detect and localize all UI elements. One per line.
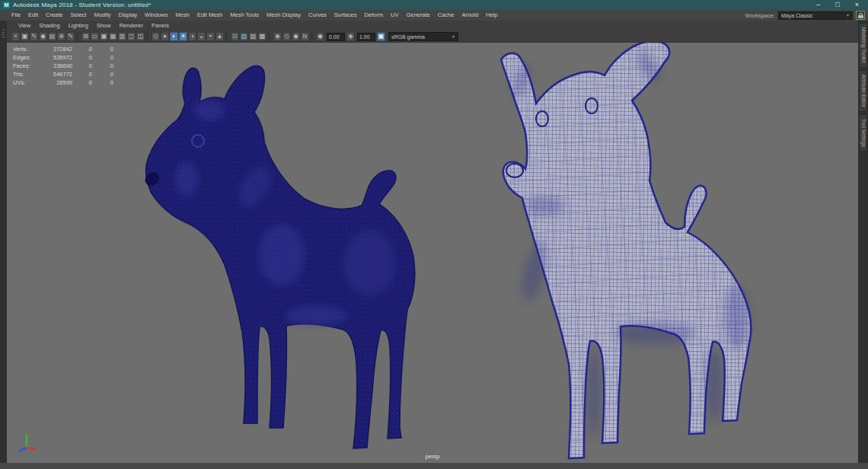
- menu-items: FileEditCreateSelectModifyDisplayWindows…: [8, 10, 502, 21]
- toolbar-icon-image-plane[interactable]: ▤: [48, 32, 56, 41]
- toolbar-icon-xray[interactable]: ▧: [240, 32, 248, 41]
- toolbar-icon-select-camera[interactable]: ⌖: [11, 32, 20, 41]
- toolbar-icon-use-all-lights[interactable]: ☀: [179, 32, 187, 41]
- panel-menu-lighting[interactable]: Lighting: [65, 22, 92, 29]
- menu-item-cache[interactable]: Cache: [434, 10, 458, 21]
- menu-item-surfaces[interactable]: Surfaces: [330, 10, 361, 21]
- maximize-button[interactable]: □: [835, 0, 839, 10]
- window-title: Autodesk Maya 2018 - Student Version: un…: [13, 2, 152, 8]
- chevron-down-icon: ▼: [846, 13, 850, 18]
- menu-item-modify[interactable]: Modify: [90, 10, 114, 21]
- gamma-icon[interactable]: ◈: [346, 32, 355, 41]
- menu-item-edit[interactable]: Edit: [24, 10, 42, 21]
- workspace-lock-button[interactable]: [856, 11, 865, 20]
- toolbar-icon-anti-aliasing[interactable]: ▲: [215, 32, 224, 41]
- menu-item-generate[interactable]: Generate: [402, 10, 433, 21]
- menu-item-create[interactable]: Create: [42, 10, 67, 21]
- chevron-down-icon: ▼: [452, 34, 455, 39]
- side-tab-modeling-toolkit[interactable]: Modeling Toolkit: [859, 23, 867, 68]
- hud-row: Verts: 272842 0 0: [13, 45, 113, 53]
- toolbar-icon-isolate-select[interactable]: ⊡: [231, 32, 239, 41]
- toolbar-icon-textured-display[interactable]: ◐: [170, 32, 178, 41]
- window-controls: – □ ×: [816, 0, 865, 10]
- dock-grip-handle[interactable]: [2, 30, 5, 37]
- toolbar-icon-symmetry-z[interactable]: ◆: [292, 32, 300, 41]
- toolbar-icon-lock-camera[interactable]: ▣: [21, 32, 29, 41]
- titlebar: M Autodesk Maya 2018 - Student Version: …: [0, 0, 868, 10]
- panel-menu-shading[interactable]: Shading: [35, 22, 64, 29]
- toolbar-icon-screen-space-ao[interactable]: ◒: [197, 32, 206, 41]
- menu-item-arnold[interactable]: Arnold: [458, 10, 482, 21]
- right-dock-strip: Modeling ToolkitAttribute EditorTool Set…: [858, 21, 868, 469]
- menu-item-mesh-display[interactable]: Mesh Display: [263, 10, 305, 21]
- panel-menu-panels[interactable]: Panels: [148, 22, 173, 29]
- toolbar-icon-resolution-gate[interactable]: ▣: [100, 32, 108, 41]
- menu-item-mesh-tools[interactable]: Mesh Tools: [226, 10, 263, 21]
- toolbar-icon-shadows[interactable]: ◑: [188, 32, 196, 41]
- menu-item-select[interactable]: Select: [67, 10, 91, 21]
- close-button[interactable]: ×: [855, 0, 859, 10]
- toolbar-icon-field-chart[interactable]: ▥: [118, 32, 126, 41]
- toolbar-icon-separator: [226, 32, 228, 42]
- toolbar-icon-xray-joints[interactable]: ▨: [249, 32, 257, 41]
- toolbar-icon-film-gate[interactable]: ▭: [91, 32, 99, 41]
- toolbar-icon-grid[interactable]: ⊞: [81, 32, 90, 41]
- camera-name-label: persp: [426, 453, 440, 460]
- view-transform-value: sRGB gamma: [391, 34, 425, 40]
- minimize-button[interactable]: –: [816, 0, 820, 10]
- toolbar-icon-separator: [147, 32, 149, 42]
- toolbar-icon-bookmarks[interactable]: ◆: [39, 32, 47, 41]
- exposure-field[interactable]: 0.00: [327, 33, 345, 41]
- deer-model-wireframe-shaded[interactable]: [487, 43, 761, 462]
- toolbar-icon-plane-clip[interactable]: ▩: [258, 32, 266, 41]
- hud-row: Edges: 535972 0 0: [13, 53, 113, 62]
- view-transform-dropdown[interactable]: sRGB gamma ▼: [388, 32, 458, 41]
- toolbar-icon-safe-action[interactable]: ◻: [127, 32, 136, 41]
- menu-item-file[interactable]: File: [8, 10, 24, 21]
- toolbar-icon-symmetry-y[interactable]: ◇: [282, 32, 291, 41]
- panel-icon-row: ⌖▣✎◆▤⊕✎⊞▭▣▦▥◻◫◇●◐☀◑◒◓▲⊡▧▨▩◈◇◆N ◆ 0.00 ◈ …: [7, 30, 858, 43]
- gamma-field[interactable]: 1.00: [357, 33, 375, 41]
- menu-item-mesh[interactable]: Mesh: [172, 10, 193, 21]
- deer-model-wireframe-dense[interactable]: [141, 65, 430, 461]
- poly-count-hud: Verts: 272842 0 0 Edges: 535972 0 0 Face…: [13, 45, 113, 87]
- menu-item-display[interactable]: Display: [115, 10, 142, 21]
- workspace-dropdown-value: Maya Classic: [781, 13, 813, 18]
- toolbar-icon-wireframe-display[interactable]: ◇: [152, 32, 160, 41]
- toolbar-icon-separator: [311, 32, 314, 42]
- panel-menu-renderer[interactable]: Renderer: [116, 22, 147, 29]
- toolbar-icon-symmetry-x[interactable]: ◈: [273, 32, 282, 41]
- panel-menu-show[interactable]: Show: [93, 22, 115, 29]
- workspace-area: Workspace: Maya Classic ▼: [745, 11, 868, 20]
- toolbar-icon-grease-pencil[interactable]: ✎: [66, 32, 75, 41]
- panel-menu-view[interactable]: View: [14, 22, 34, 29]
- toolbar-icon-gate-mask[interactable]: ▦: [109, 32, 117, 41]
- menu-item-help[interactable]: Help: [482, 10, 501, 21]
- toolbar-icon-two-d-pan-zoom[interactable]: ⊕: [57, 32, 65, 41]
- menu-item-curves[interactable]: Curves: [305, 10, 330, 21]
- menu-item-windows[interactable]: Windows: [141, 10, 171, 21]
- exposure-icon[interactable]: ◆: [316, 32, 324, 41]
- toolbar-icon-separator: [269, 32, 271, 42]
- toolbar-icon-normals[interactable]: N: [301, 32, 309, 41]
- menu-item-edit-mesh[interactable]: Edit Mesh: [193, 10, 226, 21]
- perspective-viewport[interactable]: Verts: 272842 0 0 Edges: 535972 0 0 Face…: [7, 43, 858, 463]
- toolbar-icon-safe-title[interactable]: ◫: [136, 32, 145, 41]
- toolbar-icon-motion-blur[interactable]: ◓: [206, 32, 215, 41]
- panel-menus: ViewShadingLightingShowRendererPanels: [7, 21, 858, 30]
- side-tab-tool-settings[interactable]: Tool Settings: [859, 114, 867, 152]
- workspace-label: Workspace:: [745, 12, 775, 19]
- hud-row: UVs: 28599 0 0: [13, 78, 113, 87]
- menu-item-deform[interactable]: Deform: [360, 10, 387, 21]
- view-axis-gizmo: [11, 425, 42, 455]
- maya-application-window: { "window": { "title": "Autodesk Maya 20…: [0, 0, 868, 469]
- hud-row: Tris: 546772 0 0: [13, 70, 113, 78]
- bottom-dock-strip: [0, 463, 868, 469]
- toolbar-icon-camera-attributes[interactable]: ✎: [30, 32, 38, 41]
- menu-item-uv[interactable]: UV: [387, 10, 402, 21]
- side-tab-attribute-editor[interactable]: Attribute Editor: [859, 70, 867, 112]
- toolbar-icon-shaded-display[interactable]: ●: [161, 32, 169, 41]
- toolbar-icon-separator: [77, 32, 79, 42]
- color-management-icon[interactable]: ▣: [377, 32, 385, 41]
- workspace-dropdown[interactable]: Maya Classic ▼: [778, 11, 853, 20]
